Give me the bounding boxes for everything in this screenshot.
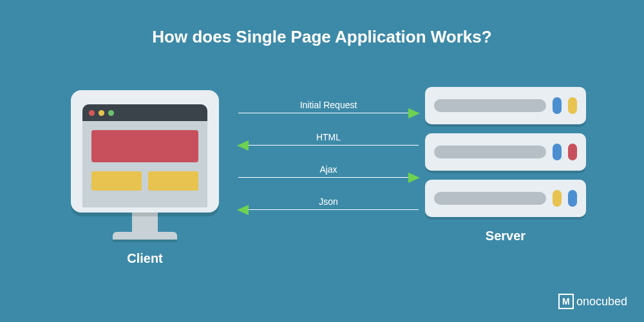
- arrow-label: Ajax: [238, 164, 419, 177]
- led-blue-icon: [568, 190, 577, 207]
- arrow-label: Initial Request: [238, 100, 419, 113]
- client-section: Client: [71, 90, 219, 266]
- arrow-ajax: Ajax: [238, 164, 419, 196]
- monitor-icon: [71, 90, 219, 213]
- traffic-light-red-icon: [89, 110, 95, 116]
- arrow-html: HTML: [238, 132, 419, 164]
- arrow-right-icon: [408, 108, 420, 118]
- server-slot-icon: [434, 192, 546, 205]
- server-slot-icon: [434, 146, 546, 158]
- logo-mark-icon: M: [558, 294, 574, 309]
- browser-window-icon: [82, 104, 207, 207]
- traffic-light-yellow-icon: [99, 110, 104, 116]
- arrow-json: Json: [238, 196, 419, 229]
- led-red-icon: [568, 144, 577, 160]
- flow-arrows: Initial Request HTML Ajax Json: [238, 100, 419, 229]
- server-rack-icon: [425, 87, 586, 124]
- arrow-left-icon: [237, 205, 249, 215]
- led-yellow-icon: [568, 97, 577, 114]
- brand-logo: M onocubed: [558, 294, 627, 309]
- arrow-label: HTML: [238, 132, 419, 145]
- arrow-left-icon: [237, 140, 249, 151]
- monitor-base-icon: [113, 232, 177, 240]
- arrow-right-icon: [408, 173, 420, 183]
- logo-text: onocubed: [576, 295, 627, 308]
- server-slot-icon: [434, 99, 546, 112]
- arrow-initial-request: Initial Request: [238, 100, 419, 132]
- arrow-label: Json: [238, 196, 419, 209]
- browser-content: [82, 121, 207, 191]
- content-hero-block: [91, 130, 198, 162]
- traffic-light-green-icon: [108, 110, 114, 116]
- led-blue-icon: [553, 97, 562, 114]
- led-blue-icon: [553, 144, 562, 160]
- content-column-block: [148, 171, 198, 191]
- server-rack-icon: [425, 133, 586, 171]
- client-label: Client: [71, 251, 219, 266]
- browser-titlebar: [82, 104, 207, 121]
- led-yellow-icon: [553, 190, 562, 207]
- content-column-block: [91, 171, 142, 191]
- page-title: How does Single Page Application Works?: [0, 27, 644, 47]
- server-label: Server: [425, 229, 586, 243]
- server-section: Server: [425, 87, 586, 243]
- monitor-stand-icon: [132, 213, 158, 232]
- server-rack-icon: [425, 180, 586, 217]
